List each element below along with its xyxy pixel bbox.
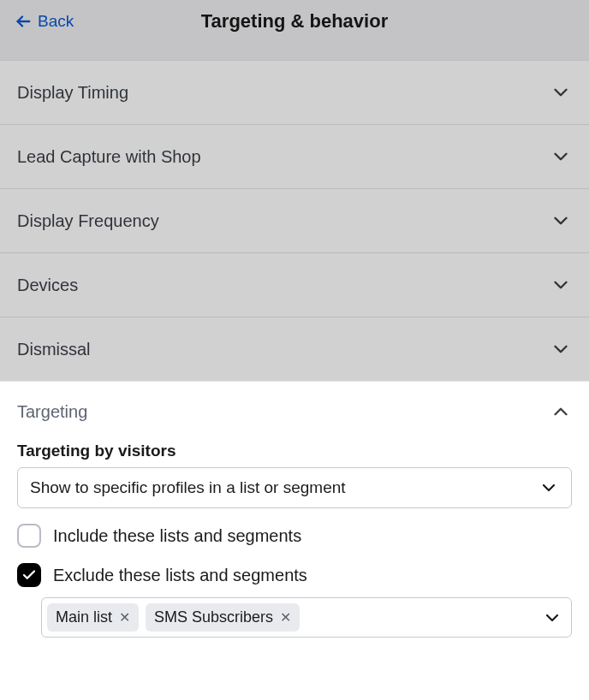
chevron-down-icon: [538, 478, 559, 498]
tag-sms-subscribers: SMS Subscribers ✕: [146, 603, 300, 632]
include-checkbox[interactable]: [17, 524, 41, 548]
back-label: Back: [38, 12, 74, 31]
tag-list: Main list ✕ SMS Subscribers ✕: [47, 603, 300, 632]
section-label: Display Timing: [17, 83, 128, 103]
chevron-down-icon: [550, 81, 572, 104]
chevron-up-icon: [550, 400, 572, 423]
section-display-frequency[interactable]: Display Frequency: [0, 188, 589, 252]
include-lists-option: Include these lists and segments: [0, 508, 589, 548]
section-devices[interactable]: Devices: [0, 252, 589, 317]
exclude-tags-select[interactable]: Main list ✕ SMS Subscribers ✕: [41, 597, 572, 638]
targeting-visitors-label: Targeting by visitors: [17, 442, 572, 460]
section-lead-capture[interactable]: Lead Capture with Shop: [0, 124, 589, 188]
section-display-timing[interactable]: Display Timing: [0, 60, 589, 124]
exclude-checkbox[interactable]: [17, 563, 41, 587]
arrow-left-icon: [14, 12, 33, 31]
tag-label: SMS Subscribers: [154, 608, 273, 626]
page-title: Targeting & behavior: [0, 10, 589, 33]
section-label: Devices: [17, 276, 78, 295]
chevron-down-icon: [550, 145, 572, 168]
section-targeting-expanded: Targeting Targeting by visitors Show to …: [0, 381, 589, 638]
check-icon: [21, 567, 37, 583]
exclude-lists-option: Exclude these lists and segments: [0, 548, 589, 587]
section-label: Dismissal: [17, 340, 91, 359]
close-icon[interactable]: ✕: [119, 611, 130, 625]
chevron-down-icon: [542, 608, 562, 628]
page-header: Back Targeting & behavior: [0, 0, 589, 60]
select-value: Show to specific profiles in a list or s…: [30, 478, 346, 497]
back-button[interactable]: Back: [14, 12, 74, 31]
section-dismissal[interactable]: Dismissal: [0, 317, 589, 381]
section-list: Display Timing Lead Capture with Shop Di…: [0, 60, 589, 381]
section-targeting-header[interactable]: Targeting: [0, 382, 589, 436]
section-label: Display Frequency: [17, 211, 159, 231]
chevron-down-icon: [550, 210, 572, 232]
exclude-label: Exclude these lists and segments: [53, 566, 307, 585]
tag-main-list: Main list ✕: [47, 603, 139, 632]
close-icon[interactable]: ✕: [280, 611, 291, 625]
tag-label: Main list: [56, 608, 112, 626]
section-label: Lead Capture with Shop: [17, 147, 201, 167]
chevron-down-icon: [550, 338, 572, 360]
targeting-visitors-select[interactable]: Show to specific profiles in a list or s…: [17, 467, 572, 508]
include-label: Include these lists and segments: [53, 526, 301, 546]
targeting-visitors-field: Targeting by visitors Show to specific p…: [0, 436, 589, 508]
section-label: Targeting: [17, 402, 87, 422]
chevron-down-icon: [550, 274, 572, 296]
